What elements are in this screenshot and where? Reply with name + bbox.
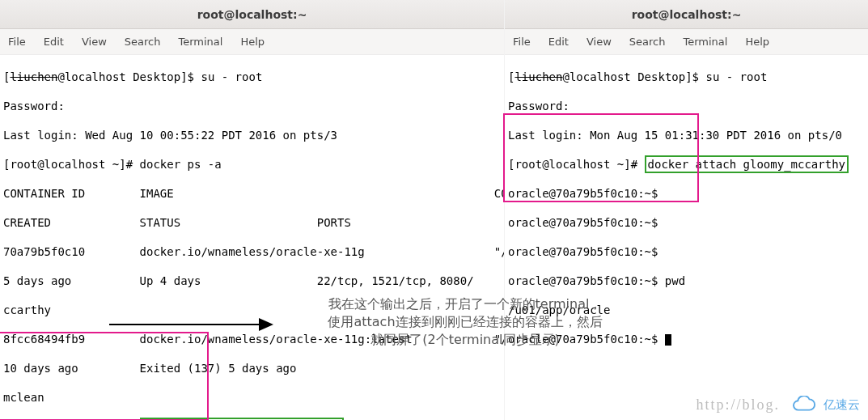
watermark: http://blog. 亿速云 — [696, 396, 860, 414]
highlight-sync-output-right — [503, 113, 699, 202]
redacted-username: liuchen — [10, 70, 57, 83]
titlebar-left: root@localhost:~ — [0, 0, 504, 29]
watermark-url: http://blog. — [696, 397, 780, 414]
titlebar-right: root@localhost:~ — [505, 0, 868, 29]
window-title: root@localhost:~ — [632, 8, 742, 21]
menu-file[interactable]: File — [513, 36, 531, 48]
window-title: root@localhost:~ — [197, 8, 307, 21]
menu-view[interactable]: View — [586, 36, 612, 48]
cursor-right — [665, 334, 671, 346]
highlight-sync-output-left — [0, 332, 209, 420]
menubar-left: File Edit View Search Terminal Help — [0, 29, 504, 55]
watermark-brand: 亿速云 — [824, 397, 860, 413]
menu-search[interactable]: Search — [629, 36, 666, 48]
menu-help[interactable]: Help — [745, 36, 769, 48]
terminal-window-left: root@localhost:~ File Edit View Search T… — [0, 0, 504, 420]
terminal-body-left[interactable]: [liuchen@localhost Desktop]$ su - root P… — [0, 55, 504, 420]
menu-file[interactable]: File — [8, 36, 26, 48]
menu-terminal[interactable]: Terminal — [178, 36, 222, 48]
cloud-icon — [786, 396, 817, 414]
menu-edit[interactable]: Edit — [548, 36, 569, 48]
menu-search[interactable]: Search — [125, 36, 161, 48]
annotation-text: 我在这个输出之后，开启了一个新的terminal， 使用attach连接到刚刚已… — [295, 295, 635, 349]
menu-view[interactable]: View — [82, 36, 107, 48]
terminal-window-right: root@localhost:~ File Edit View Search T… — [504, 0, 868, 420]
terminal-body-right[interactable]: [liuchen@localhost Desktop]$ su - root P… — [505, 55, 868, 405]
menu-help[interactable]: Help — [240, 36, 265, 48]
menu-terminal[interactable]: Terminal — [683, 36, 727, 48]
menu-edit[interactable]: Edit — [44, 36, 64, 48]
menubar-right: File Edit View Search Terminal Help — [505, 29, 868, 55]
redacted-username: liuchen — [514, 70, 562, 83]
